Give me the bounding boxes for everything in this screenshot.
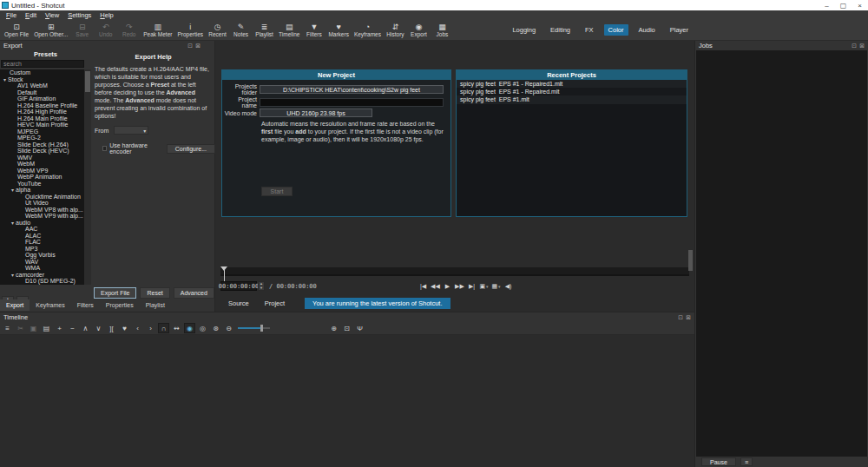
preset-webm[interactable]: WebM — [0, 161, 84, 168]
close-panel-icon[interactable]: ⊠ — [859, 43, 865, 49]
expanded-arrow-icon[interactable]: ▾ — [11, 187, 14, 193]
expanded-arrow-icon[interactable]: ▾ — [11, 273, 14, 278]
timecode-spinner[interactable]: ▲ ▼ — [258, 281, 265, 291]
tab-filters[interactable]: Filters — [71, 299, 100, 311]
preset-stock[interactable]: ▾Stock — [0, 76, 84, 83]
preset-search-input[interactable] — [1, 60, 84, 68]
preset-wmv[interactable]: WMV — [0, 155, 84, 161]
skip-previous-button[interactable]: |◀ — [418, 281, 428, 292]
preset-alac[interactable]: ALAC — [0, 233, 84, 240]
snap-button[interactable]: ∩ — [158, 323, 169, 333]
menu-edit[interactable]: Edit — [21, 11, 41, 19]
close-panel-icon[interactable]: ⊠ — [195, 43, 201, 49]
peak-meter-button[interactable]: ▥Peak Meter — [141, 19, 174, 41]
preset-slide-deck-h-264[interactable]: Slide Deck (H.264) — [0, 141, 84, 148]
layout-player[interactable]: Player — [666, 24, 693, 36]
configure-button[interactable]: Configure... — [167, 144, 215, 154]
preset-default[interactable]: Default — [0, 89, 84, 96]
append-button[interactable]: + — [54, 323, 65, 333]
layout-color[interactable]: Color — [604, 24, 628, 36]
preset-mp3[interactable]: MP3 — [0, 246, 84, 253]
expanded-arrow-icon[interactable]: ▾ — [11, 220, 14, 226]
advanced-button[interactable]: Advanced — [174, 287, 214, 299]
recent-project-item[interactable]: spicy pig feet EPS #1 - Repaired.mlt — [457, 88, 687, 95]
open-file-button[interactable]: ⊡Open File — [2, 19, 31, 41]
start-button[interactable]: Start — [261, 187, 293, 196]
menu-help[interactable]: Help — [95, 11, 117, 19]
preset-h-264-main-profile[interactable]: H.264 Main Profile — [0, 115, 84, 122]
float-panel-icon[interactable]: ⊡ — [187, 43, 193, 49]
projects-folder-button[interactable]: D:\CHIPSTICK HEAT\content\cooking\S2w pi… — [260, 85, 444, 94]
tab-keyframes[interactable]: Keyframes — [30, 299, 70, 311]
preset-quicktime-animation[interactable]: Quicktime Animation — [0, 194, 84, 201]
preset-custom[interactable]: Custom — [0, 69, 84, 76]
preset-ut-video[interactable]: Ut Video — [0, 200, 84, 207]
preset-wav[interactable]: WAV — [0, 259, 84, 266]
jobs-menu-button[interactable]: ≡ — [740, 457, 753, 466]
timeline-menu-button[interactable]: ≡ — [2, 323, 13, 333]
float-panel-icon[interactable]: ⊡ — [678, 314, 683, 321]
split-button[interactable]: ][ — [106, 323, 117, 333]
preset-wma[interactable]: WMA — [0, 265, 84, 272]
preset-webp-animation[interactable]: WebP Animation — [0, 174, 84, 181]
ripple-delete-button[interactable]: − — [67, 323, 78, 333]
jobs-button[interactable]: ▦Jobs — [431, 19, 454, 41]
skip-next-button[interactable]: ▶| — [467, 281, 477, 292]
preset-webm-vp9[interactable]: WebM VP9 — [0, 168, 84, 174]
preset-aac[interactable]: AAC — [0, 226, 84, 233]
minimize-button[interactable]: – — [819, 0, 835, 10]
preset-mjpeg[interactable]: MJPEG — [0, 128, 84, 135]
preset-audio[interactable]: ▾audio — [0, 220, 84, 227]
preset-alpha[interactable]: ▾alpha — [0, 187, 84, 194]
preset-camcorder[interactable]: ▾camcorder — [0, 272, 84, 279]
play-button[interactable]: ▶ — [443, 281, 452, 292]
preset-mpeg-2[interactable]: MPEG-2 — [0, 135, 84, 141]
overwrite-button[interactable]: ∨ — [93, 323, 104, 333]
tab-properties[interactable]: Properties — [100, 299, 140, 311]
history-button[interactable]: ⇵History — [384, 19, 407, 41]
float-panel-icon[interactable]: ⊡ — [852, 43, 857, 49]
preset-hevc-main-profile[interactable]: HEVC Main Profile — [0, 122, 84, 128]
undo-button[interactable]: ↶Undo — [94, 19, 117, 41]
fast-forward-button[interactable]: ▶▶ — [455, 281, 464, 292]
keyframes-button[interactable]: ◔Keyframes — [352, 19, 384, 41]
tab-project[interactable]: Project — [257, 298, 293, 309]
reset-button[interactable]: Reset — [140, 287, 169, 299]
previous-marker-button[interactable]: ‹ — [132, 323, 143, 333]
timecode-field[interactable]: 00:00:00:00 — [220, 281, 257, 291]
vertical-scrollbar[interactable] — [688, 250, 693, 271]
preset-h-264-high-profile[interactable]: H.264 High Profile — [0, 109, 84, 115]
notes-button[interactable]: ✎Notes — [229, 19, 253, 41]
preset-list-scrollbar[interactable] — [84, 69, 91, 285]
layout-fx[interactable]: FX — [581, 24, 598, 36]
ripple-all-tracks-button[interactable]: ◎ — [197, 323, 208, 333]
from-dropdown[interactable]: ▾ — [114, 126, 148, 135]
recent-project-item[interactable]: spicy pig feet EPS #1.mlt — [457, 95, 687, 103]
scrub-while-dragging-button[interactable]: ↭ — [171, 323, 182, 333]
layout-editing[interactable]: Editing — [546, 24, 575, 36]
redo-button[interactable]: ↷Redo — [117, 19, 141, 41]
timeline-zoom-slider[interactable] — [238, 323, 273, 333]
preset-gif-animation[interactable]: GIF Animation — [0, 95, 84, 102]
copy-button[interactable]: ▣ — [28, 323, 39, 333]
tab-source[interactable]: Source — [220, 298, 257, 309]
preset-d10-sd-mpeg-2[interactable]: D10 (SD MPEG-2) — [0, 278, 84, 285]
scrollbar-thumb[interactable] — [85, 71, 90, 92]
player-scrubber[interactable] — [220, 267, 689, 276]
preset-av1-webm[interactable]: AV1 WebM — [0, 82, 84, 89]
layout-audio[interactable]: Audio — [635, 24, 660, 36]
zoom-timeline-in-button[interactable]: ⊕ — [328, 323, 339, 333]
layout-logging[interactable]: Logging — [508, 24, 540, 36]
export-button[interactable]: ◉Export — [407, 19, 431, 41]
next-marker-button[interactable]: › — [145, 323, 156, 333]
preset-slide-deck-hevc[interactable]: Slide Deck (HEVC) — [0, 148, 84, 155]
preset-webm-vp8-with-alp[interactable]: WebM VP8 with alp... — [0, 207, 84, 214]
chevron-down-icon[interactable]: ▾ — [486, 284, 489, 289]
grid-display-button[interactable]: ▦▾ — [491, 281, 501, 292]
recent-project-item[interactable]: spicy pig feet EPS #1 - Repaired1.mlt — [457, 80, 687, 88]
zoom-timeline-fit-button[interactable]: ⊡ — [341, 323, 352, 333]
menu-settings[interactable]: Settings — [63, 11, 95, 19]
spin-down-icon[interactable]: ▼ — [259, 286, 264, 291]
ripple-button[interactable]: ◉ — [184, 323, 195, 333]
preset-webm-vp9-with-alp[interactable]: WebM VP9 with alp... — [0, 213, 84, 220]
